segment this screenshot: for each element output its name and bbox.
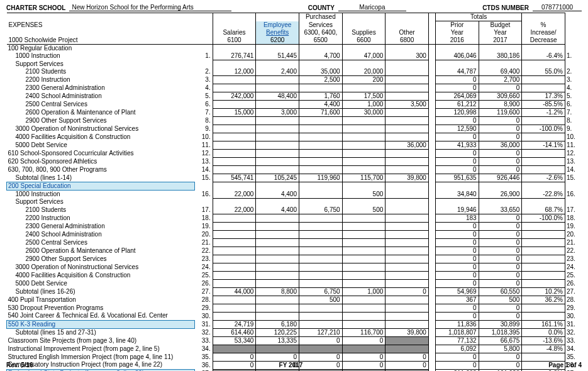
row-line-left: 32. [194,328,213,336]
cell [386,45,429,53]
row-desc: 620 School-Sponsored Athletics [7,158,195,166]
row-line-right: 22. [565,246,582,255]
row-desc: Classroom Site Projects (from page 3, li… [7,336,195,345]
cell: 24,719 [213,320,256,328]
cell: 0 [386,353,429,361]
row-line-right: 25. [565,271,582,279]
cell [479,198,522,206]
col-benefits-1[interactable]: Employee [256,21,299,30]
cell [386,312,429,320]
cell: -1.2% [522,109,565,117]
cell: 61,212 [435,101,479,109]
cell: 36,000 [386,141,429,150]
cell: 60,550 [479,287,522,296]
table-row: Support Services [7,60,582,69]
gap [428,158,435,166]
cell [213,263,256,271]
cell [299,45,342,53]
row-desc: 3000 Operation of Noninstructional Servi… [7,125,195,133]
row-desc: 2100 Students [7,206,195,214]
row-desc: 2200 Instruction [7,214,195,222]
cell: 39,800 [386,328,429,336]
cell [522,279,565,287]
cell [213,166,256,174]
col-salaries-2: 6100 [213,36,256,45]
cell [299,133,342,141]
cell [435,60,479,69]
cell [256,60,299,69]
row-line-right: 1. [565,52,582,60]
cell: 0 [386,287,429,296]
row-line-right: 9. [565,125,582,133]
row-line-left: 27. [194,287,213,296]
cell: 183 [435,214,479,222]
cell [213,133,256,141]
county-label: COUNTY [308,4,335,11]
cell [342,246,386,255]
cell [342,312,386,320]
row-line-right: 11. [565,141,582,150]
cell [256,198,299,206]
cell [342,141,386,150]
cell [342,279,386,287]
cell [299,222,342,230]
cell [342,214,386,222]
gap [428,328,435,336]
cell [386,336,429,345]
col-benefits-2[interactable]: Benefits [256,29,299,36]
cell: 300 [386,52,429,60]
cell [522,45,565,53]
row-desc[interactable]: 550 K-3 Reading [7,320,195,328]
cell [213,238,256,246]
row-line-right: 33. [565,336,582,345]
cell [213,296,256,304]
row-line-left [194,198,213,206]
cell [342,45,386,53]
cell: 120,998 [435,109,479,117]
cell: 22,000 [213,191,256,199]
cell [386,68,429,76]
row-line-right: 34. [565,345,582,353]
row-desc: 4000 Facilities Acquisition & Constructi… [7,133,195,141]
cell: 26,900 [479,191,522,199]
cell [256,214,299,222]
cell [386,345,429,353]
cell [522,198,565,206]
row-line-right [565,182,582,191]
table-row: 2500 Central Services6.4,4001,0003,50061… [7,101,582,109]
cell: 0 [299,336,342,345]
cell [522,222,565,230]
row-line-left: 24. [194,263,213,271]
table-row: Classroom Site Projects (from page 3, li… [7,336,582,345]
cell [386,92,429,101]
table-row: 2900 Other Support Services8.008. [7,117,582,125]
cell: 0 [479,304,522,312]
cell: 0 [435,279,479,287]
gap [428,304,435,312]
table-row: 5000 Debt Service11.36,00041,93336,000-1… [7,141,582,150]
cell [522,60,565,69]
cell: 0 [479,238,522,246]
row-line-left: 11. [194,141,213,150]
row-desc: 2300 General Administration [7,84,195,92]
cell: 33,650 [479,206,522,214]
cell [386,158,429,166]
cell: 276,741 [213,52,256,60]
cell [386,263,429,271]
cell: 500 [342,206,386,214]
cell [299,246,342,255]
gap [428,296,435,304]
cell: 6,092 [435,345,479,353]
cell: 12,590 [435,125,479,133]
row-line-left: 18. [194,214,213,222]
cell [256,279,299,287]
col-purchased-4: 6500 [299,36,342,45]
row-desc[interactable]: 200 Special Education [7,182,195,191]
row-line-right: 31. [565,320,582,328]
gap [428,109,435,117]
gap [428,68,435,76]
row-desc: 610 School-Sponsored Cocurricular Activi… [7,150,195,158]
cell [256,76,299,84]
cell: 53,340 [213,336,256,345]
row-line-left [194,60,213,69]
